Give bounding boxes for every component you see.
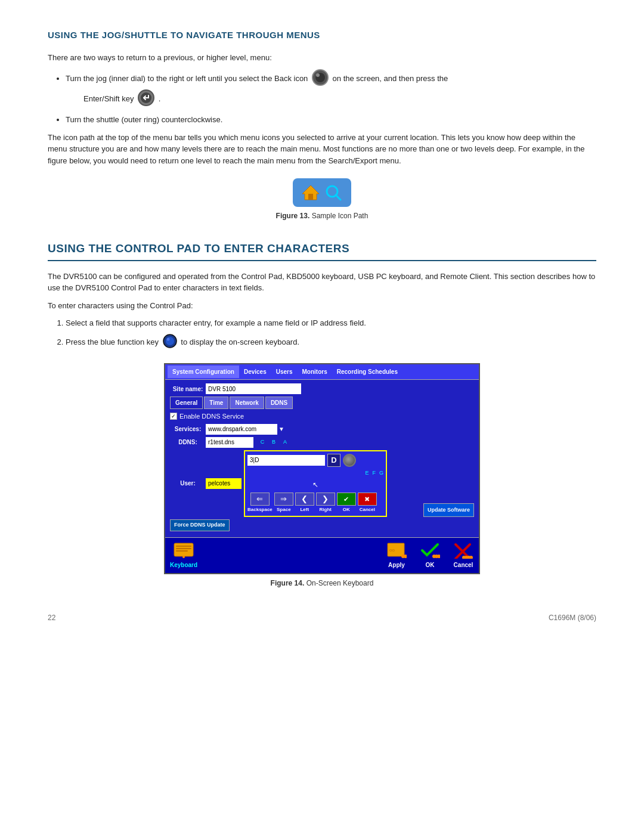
svg-point-11 (166, 337, 169, 340)
cancel-icon (453, 541, 474, 559)
kb-d-button[interactable]: D (327, 454, 340, 467)
dvr-main-content: Site name: General Time Network DDNS ✓ E… (165, 380, 479, 537)
dvr-menu-devices[interactable]: Devices (239, 366, 271, 378)
kb-enter-button[interactable] (343, 454, 356, 467)
keyboard-overlay: D E F G ↖ (244, 450, 387, 518)
update-software-button[interactable]: Update Software (423, 503, 474, 518)
user-label: User: (170, 479, 206, 488)
section2-intro2: To enter characters using the Control Pa… (48, 300, 596, 312)
doc-ref: C1696M (8/06) (549, 612, 596, 623)
section1-intro: There are two ways to return to a previo… (48, 52, 596, 64)
kb-cancel-btn[interactable]: ✖ Cancel (358, 493, 377, 513)
svg-rect-14 (176, 548, 191, 549)
kb-left-btn[interactable]: ❮ Left (295, 493, 314, 513)
kb-input-field[interactable] (247, 455, 325, 466)
svg-point-2 (316, 73, 320, 77)
services-input[interactable] (206, 424, 277, 435)
steps-list: Select a field that supports character e… (66, 317, 596, 351)
ok-icon (419, 541, 441, 559)
dvr-apply-button[interactable]: oo Apply (386, 541, 407, 569)
home-icon (301, 183, 320, 202)
site-name-row: Site name: (170, 383, 474, 394)
ddns-input[interactable] (206, 437, 253, 448)
search-icon (324, 183, 343, 202)
keyboard-icon (173, 541, 194, 559)
figure13-container: Figure 13. Sample Icon Path (48, 178, 596, 221)
cursor-icon: ↖ (312, 481, 318, 489)
kb-right-btn[interactable]: ❯ Right (316, 493, 335, 513)
figure14-caption: Figure 14. On-Screen Keyboard (48, 578, 596, 589)
tab-time[interactable]: Time (204, 397, 228, 409)
bullet-item-2: Turn the shuttle (outer ring) counterclo… (66, 114, 596, 126)
kb-char-e: E (365, 469, 369, 478)
ddns-label: DDNS: (170, 438, 206, 447)
section2-title: USING THE CONTROL PAD TO ENTER CHARACTER… (48, 240, 596, 261)
svg-point-10 (166, 337, 174, 345)
svg-rect-13 (176, 546, 191, 547)
back-icon (312, 69, 329, 89)
site-name-input[interactable] (206, 383, 301, 394)
ok-label: OK (426, 561, 435, 569)
enable-ddns-label: Enable DDNS Service (179, 411, 244, 422)
dvr-menu-recording[interactable]: Recording Schedules (332, 366, 402, 378)
kb-char-f: F (372, 469, 376, 478)
dvr-cancel-button[interactable]: Cancel (453, 541, 474, 569)
svg-point-22 (432, 555, 436, 558)
blue-function-key-icon (163, 334, 177, 352)
force-update-row: Force DDNS Update (170, 519, 474, 531)
enable-ddns-checkbox[interactable]: ✓ (170, 413, 177, 420)
force-update-button[interactable]: Force DDNS Update (170, 519, 230, 531)
step-1: Select a field that supports character e… (66, 317, 596, 329)
figure14-container: System Configuration Devices Users Monit… (48, 363, 596, 589)
kb-nav-row: ⇐ Backspace ⇒ Space ❮ Left (247, 493, 383, 513)
icon-path-image (293, 178, 351, 207)
kb-backspace-btn[interactable]: ⇐ Backspace (247, 493, 273, 513)
apply-icon: oo (386, 541, 407, 559)
tab-ddns[interactable]: DDNS (265, 397, 293, 409)
cancel-label: Cancel (454, 561, 473, 569)
ddns-row: DDNS: C B A (170, 437, 474, 448)
dvr-keyboard-button[interactable]: Keyboard (170, 541, 197, 569)
step-2: Press the blue function key to display t… (66, 334, 596, 352)
kb-ok-btn[interactable]: ✔ OK (337, 493, 356, 513)
svg-line-8 (336, 195, 340, 200)
kb-space-btn[interactable]: ⇒ Space (274, 493, 293, 513)
enter-key-note: Enter/Shift key . (83, 89, 596, 110)
tab-general[interactable]: General (170, 397, 203, 409)
dvr-bottom-bar: Keyboard oo Apply (165, 537, 479, 573)
site-name-label: Site name: (170, 385, 206, 394)
dvr-ok-button[interactable]: OK (419, 541, 441, 569)
svg-text:oo: oo (389, 547, 395, 553)
services-label: Services: (170, 425, 206, 433)
bullet-list: Turn the jog (inner dial) to the right o… (66, 69, 596, 126)
enable-ddns-row: ✓ Enable DDNS Service (170, 411, 474, 422)
dvr-menu-bar: System Configuration Devices Users Monit… (165, 364, 479, 380)
figure13-caption: Figure 13. Sample Icon Path (48, 210, 596, 221)
page-footer: 22 C1696M (8/06) (48, 612, 596, 623)
section2-intro1: The DVR5100 can be configured and operat… (48, 271, 596, 294)
keyboard-label: Keyboard (170, 561, 197, 569)
section1-body: The icon path at the top of the menu bar… (48, 132, 596, 167)
svg-rect-6 (308, 194, 313, 200)
user-input[interactable] (206, 478, 242, 489)
svg-rect-15 (176, 550, 188, 552)
svg-point-16 (182, 556, 185, 558)
kb-char-g: G (379, 469, 383, 478)
svg-rect-12 (174, 543, 193, 556)
services-row: Services: ▼ (170, 424, 474, 435)
dvr-menu-monitors[interactable]: Monitors (298, 366, 332, 378)
dvr-screenshot: System Configuration Devices Users Monit… (164, 363, 480, 574)
dvr-menu-users[interactable]: Users (271, 366, 298, 378)
enter-key-icon (138, 89, 154, 110)
section1-title: USING THE JOG/SHUTTLE TO NAVIGATE THROUG… (48, 29, 596, 42)
page-number: 22 (48, 612, 55, 623)
user-row: User: D E F G (170, 450, 474, 518)
bullet-item-1: Turn the jog (inner dial) to the right o… (66, 69, 596, 109)
tab-network[interactable]: Network (230, 397, 264, 409)
dvr-tabs: General Time Network DDNS (170, 397, 474, 409)
dvr-menu-system-config[interactable]: System Configuration (168, 366, 239, 378)
apply-label: Apply (388, 561, 405, 569)
